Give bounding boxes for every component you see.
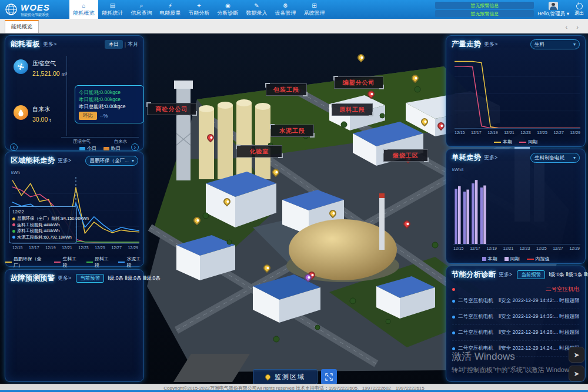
legend-item[interactable]: 水泥工段 (118, 256, 143, 269)
production-selector-dropdown[interactable]: 生料 ▾ (530, 39, 580, 49)
main-stage: 商砼分公司包装工段编塑分公司原料工段水泥工段化验室煅烧工区 能耗看板 更多> 本… (0, 33, 588, 384)
floating-tool-button-1[interactable]: ➤ (569, 347, 584, 363)
carousel-prev-arrow[interactable]: ‹ (10, 143, 18, 151)
legend-item[interactable]: 生料工段 (54, 256, 79, 269)
alarm-banner-1[interactable]: 暂无报警信息 (435, 10, 534, 17)
x-axis-label: 12/21 (504, 130, 514, 135)
alarm-list-item-1[interactable]: 二号空压机电机 Ⅱ安全 2022-12-29 14:35:... 时段超限-关.… (452, 309, 579, 325)
brand-subtitle: 智能优化节能系统 (21, 13, 50, 16)
tab-scroll-arrows[interactable]: ‹ › (566, 24, 588, 31)
nav-item-6[interactable]: ✎数据录入 (242, 0, 271, 19)
map-label-水泥工段[interactable]: 水泥工段 (270, 125, 314, 137)
more-link[interactable]: 更多> (484, 41, 497, 48)
chart-legend: 本期同期内控值 (446, 256, 585, 262)
logout-button[interactable]: 退出 (573, 3, 586, 16)
data-entry-icon: ✎ (254, 2, 259, 9)
legend-item[interactable]: 同期 (505, 256, 520, 262)
tab-today[interactable]: 本日 (105, 40, 123, 49)
x-axis-label: 12/25 (95, 246, 105, 250)
carousel-next-arrow[interactable]: › (131, 143, 139, 151)
ratio-button[interactable]: 环比 (79, 112, 97, 120)
current-alarm-button[interactable]: 当前报警 (517, 270, 545, 279)
legend-item[interactable]: 同期 (519, 139, 537, 145)
map-label-包装工段[interactable]: 包装工段 (266, 83, 307, 96)
more-link[interactable]: 更多> (484, 154, 497, 162)
selector-value: 生料 (534, 41, 544, 48)
alarm-list-item-3[interactable]: 二号空压机电机 Ⅱ安全 2022-12-29 14:24:... 时段超限-关.… (452, 341, 579, 357)
x-axis-label: 12/15 (455, 130, 465, 135)
more-link[interactable]: 更多> (58, 157, 71, 165)
y-axis-label: kWh (11, 170, 20, 175)
legend-item[interactable]: 本期 (482, 256, 497, 262)
x-axis-label: 12/19 (45, 246, 56, 250)
tab-energy-overview[interactable]: 能耗概览 (5, 20, 39, 33)
legend-item[interactable]: 昌鹏环保（全厂） (5, 256, 47, 269)
x-axis-label: 12/29 (569, 246, 580, 250)
blue-dot (452, 331, 455, 334)
monitor-area-button[interactable]: 监测区域 (253, 369, 318, 384)
nav-item-3[interactable]: ⚡电能质量 (156, 0, 185, 19)
tab-divider: | (125, 42, 126, 48)
alarm-list-item-2[interactable]: 二号空压机电机 Ⅱ安全 2022-12-29 14:28:... 时段超限-关.… (452, 325, 579, 341)
more-link[interactable]: 更多> (499, 271, 512, 279)
legend-item[interactable]: 原料工段 (86, 256, 112, 269)
ratio-value: --% (100, 113, 108, 119)
legend-item[interactable]: 昨日 (103, 145, 121, 152)
region-selector-dropdown[interactable]: 昌鹏环保（全厂... ▾ (85, 156, 138, 166)
unit-bar-chart[interactable] (453, 175, 580, 244)
tab-strip: 能耗概览 ‹ › (0, 19, 588, 33)
bar-12/17-本期 (472, 183, 475, 244)
metric-tap-water: 自来水 30.00 t (14, 105, 51, 123)
blue-dot (452, 316, 455, 319)
x-axis-label: 12/19 (487, 130, 498, 135)
series-同期 (455, 66, 580, 128)
tooltip-text: 昌鹏环保（全厂）能耗:84,150.00kWh (17, 216, 89, 222)
metric-value: 30.00 (32, 116, 48, 123)
more-link[interactable]: 更多> (43, 41, 56, 48)
nav-item-1[interactable]: ▤能耗统计 (98, 0, 127, 19)
x-axis-labels: 12/1512/1712/1912/2112/2312/2512/2712/29 (12, 246, 138, 250)
nav-menu: ⌂能耗概览▤能耗统计⌕信息查询⚡电能质量✦节能分析◉分析诊断✎数据录入⚙设备管理… (69, 0, 329, 19)
legend-label: 昌鹏环保（全厂） (14, 256, 48, 269)
panel-title: 单耗走势 (452, 153, 481, 163)
metric-value: 21,521.00 (32, 70, 60, 77)
alarm-text: 二号空压机电机 Ⅱ安全 2022-12-29 14:42:... 时段超限-关.… (458, 297, 579, 304)
nav-item-label: 设备管理 (275, 9, 296, 17)
bar-12/18-本期 (480, 187, 483, 244)
legend-swatch (527, 259, 534, 260)
bar-12/17-同期 (475, 180, 478, 244)
legend-swatch (519, 142, 526, 143)
fullscreen-button[interactable] (321, 369, 337, 384)
alarm-list-item-0[interactable]: 二号空压机电机 Ⅱ安全 2022-12-29 14:42:... 时段超限-关.… (452, 293, 579, 309)
bar-12/15-本期 (455, 189, 457, 244)
nav-item-2[interactable]: ⌕信息查询 (127, 0, 156, 19)
nav-item-5[interactable]: ◉分析诊断 (213, 0, 242, 19)
tab-month[interactable]: 本月 (128, 41, 138, 48)
map-label-煅烧工区[interactable]: 煅烧工区 (383, 149, 428, 162)
map-label-编塑分公司[interactable]: 编塑分公司 (334, 76, 383, 89)
legend-swatch (118, 262, 125, 263)
alarm-banner-0[interactable]: 暂无报警信息 (435, 2, 534, 9)
more-link[interactable]: 更多> (58, 274, 71, 282)
selector-value: 生料制备电耗 (534, 155, 564, 162)
user-greeting[interactable]: Hello,管理员 ▾ (537, 11, 569, 18)
legend-item[interactable]: 本期 (494, 139, 512, 145)
legend-item[interactable]: 今日 (79, 145, 96, 152)
user-block[interactable]: Hello,管理员 ▾ (537, 2, 569, 18)
nav-item-8[interactable]: ⊞系统管理 (300, 0, 329, 19)
map-label-商砼分公司[interactable]: 商砼分公司 (147, 103, 196, 115)
nav-item-4[interactable]: ✦节能分析 (185, 0, 213, 19)
production-line-chart[interactable] (455, 59, 580, 129)
map-label-化验室[interactable]: 化验室 (236, 145, 282, 158)
floating-tool-button-2[interactable]: ➤ (569, 366, 584, 381)
panel-production-trend: 产量走势 更多> 生料 ▾ 12/1512/1712/1912/2112/231… (446, 35, 586, 147)
unit-selector-dropdown[interactable]: 生料制备电耗 ▾ (530, 153, 580, 163)
nav-item-7[interactable]: ⚙设备管理 (271, 0, 300, 19)
nav-item-label: 节能分析 (189, 9, 210, 17)
map-label-原料工段[interactable]: 原料工段 (332, 103, 373, 116)
tooltip-yesterday: 昨日能耗:0.00kgce (79, 96, 140, 103)
x-axis-label: 12/15 (12, 246, 23, 250)
legend-item[interactable]: 内控值 (527, 256, 550, 262)
current-warning-button[interactable]: 当前预警 (76, 274, 104, 283)
nav-item-0[interactable]: ⌂能耗概览 (69, 0, 98, 19)
